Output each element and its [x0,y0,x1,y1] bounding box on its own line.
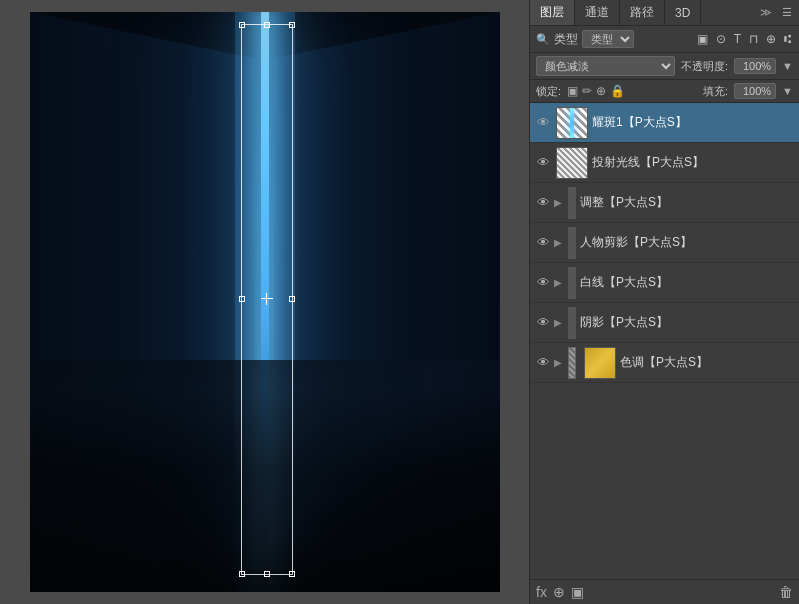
layer-thumb-2 [556,147,588,179]
search-filter-icon-effect[interactable]: ⊕ [764,31,778,47]
layer-item-5[interactable]: 👁 ▶ 白线【P大点S】 [530,263,799,303]
tab-channels[interactable]: 通道 [575,0,620,25]
search-type-select[interactable]: 类型 [582,30,634,48]
fill-label: 填充: [703,84,728,99]
lock-icon-move[interactable]: ⊕ [596,84,606,98]
search-filter-icon-circle[interactable]: ⊙ [714,31,728,47]
search-filter-icon-shape[interactable]: ⊓ [747,31,760,47]
layer-name-1: 耀斑1【P大点S】 [592,114,795,131]
search-bar: 🔍 类型 类型 ▣ ⊙ T ⊓ ⊕ ⑆ [530,26,799,53]
search-label: 类型 [554,31,578,48]
tab-more-icon[interactable]: ≫ [757,4,775,21]
layer-item-3[interactable]: 👁 ▶ 调整【P大点S】 [530,183,799,223]
opacity-value[interactable]: 100% [734,58,776,74]
fill-arrow[interactable]: ▼ [782,85,793,97]
lock-row: 锁定: ▣ ✏ ⊕ 🔒 填充: 100% ▼ [530,80,799,103]
layer-name-2: 投射光线【P大点S】 [592,154,795,171]
crosshair [261,293,273,305]
layer-group-indicator-7 [568,347,576,379]
search-filter-icon-rect[interactable]: ▣ [695,31,710,47]
layer-item-7[interactable]: 👁 ▶ 色调【P大点S】 [530,343,799,383]
handle-top-left[interactable] [239,22,245,28]
handle-top-center[interactable] [264,22,270,28]
tab-menu-icon[interactable]: ☰ [779,4,795,21]
layer-group-indicator-3 [568,187,576,219]
canvas-area [0,0,529,604]
handle-bottom-right[interactable] [289,571,295,577]
layer-item-4[interactable]: 👁 ▶ 人物剪影【P大点S】 [530,223,799,263]
layer-arrow-3[interactable]: ▶ [554,197,562,208]
layer-thumb-7 [584,347,616,379]
eye-icon-3[interactable]: 👁 [534,195,552,210]
lock-icon-lock[interactable]: 🔒 [610,84,625,98]
bottom-toolbar: fx ⊕ ▣ 🗑 [530,579,799,604]
new-fill-layer-button[interactable]: ⊕ [553,584,565,600]
eye-icon-7[interactable]: 👁 [534,355,552,370]
panels: 图层 通道 路径 3D ≫ ☰ 🔍 类型 类型 ▣ ⊙ T ⊓ ⊕ ⑆ 颜色减淡… [529,0,799,604]
layers-list: 👁 耀斑1【P大点S】 👁 投射光线【P大点S】 👁 ▶ 调整【P大点S】 [530,103,799,579]
blend-mode-row: 颜色减淡 不透明度: 100% ▼ [530,53,799,80]
new-group-button[interactable]: ▣ [571,584,584,600]
layer-name-5: 白线【P大点S】 [580,274,795,291]
layer-group-indicator-5 [568,267,576,299]
search-filter-icon-smart[interactable]: ⑆ [782,31,793,47]
tab-3d[interactable]: 3D [665,0,701,25]
fill-value[interactable]: 100% [734,83,776,99]
tab-paths[interactable]: 路径 [620,0,665,25]
layer-name-3: 调整【P大点S】 [580,194,795,211]
layer-name-4: 人物剪影【P大点S】 [580,234,795,251]
lock-icons: ▣ ✏ ⊕ 🔒 [567,84,625,98]
eye-icon-5[interactable]: 👁 [534,275,552,290]
layer-group-indicator-4 [568,227,576,259]
layer-arrow-5[interactable]: ▶ [554,277,562,288]
transform-box [241,24,293,575]
layer-arrow-4[interactable]: ▶ [554,237,562,248]
lock-icon-pen[interactable]: ✏ [582,84,592,98]
layer-arrow-7[interactable]: ▶ [554,357,562,368]
layer-name-7: 色调【P大点S】 [620,354,795,371]
search-icon: 🔍 [536,33,550,46]
handle-bottom-center[interactable] [264,571,270,577]
tab-bar: 图层 通道 路径 3D ≫ ☰ [530,0,799,26]
handle-bottom-left[interactable] [239,571,245,577]
handle-middle-left[interactable] [239,296,245,302]
layer-group-indicator-6 [568,307,576,339]
eye-icon-4[interactable]: 👁 [534,235,552,250]
eye-icon-1[interactable]: 👁 [534,115,552,130]
blend-mode-select[interactable]: 颜色减淡 [536,56,675,76]
tab-icons: ≫ ☰ [757,4,799,21]
handle-middle-right[interactable] [289,296,295,302]
delete-layer-button[interactable]: 🗑 [779,584,793,600]
layer-item-6[interactable]: 👁 ▶ 阴影【P大点S】 [530,303,799,343]
layer-item-1[interactable]: 👁 耀斑1【P大点S】 [530,103,799,143]
tab-layers[interactable]: 图层 [530,0,575,25]
lock-icon-checkered[interactable]: ▣ [567,84,578,98]
search-icons-right: ▣ ⊙ T ⊓ ⊕ ⑆ [695,31,793,47]
opacity-arrow[interactable]: ▼ [782,60,793,72]
handle-top-right[interactable] [289,22,295,28]
layer-item-2[interactable]: 👁 投射光线【P大点S】 [530,143,799,183]
layer-name-6: 阴影【P大点S】 [580,314,795,331]
layer-thumb-1 [556,107,588,139]
eye-icon-2[interactable]: 👁 [534,155,552,170]
canvas-image [30,12,500,592]
eye-icon-6[interactable]: 👁 [534,315,552,330]
layer-arrow-6[interactable]: ▶ [554,317,562,328]
fx-button[interactable]: fx [536,584,547,600]
opacity-label: 不透明度: [681,59,728,74]
lock-label: 锁定: [536,84,561,99]
search-filter-icon-text[interactable]: T [732,31,743,47]
